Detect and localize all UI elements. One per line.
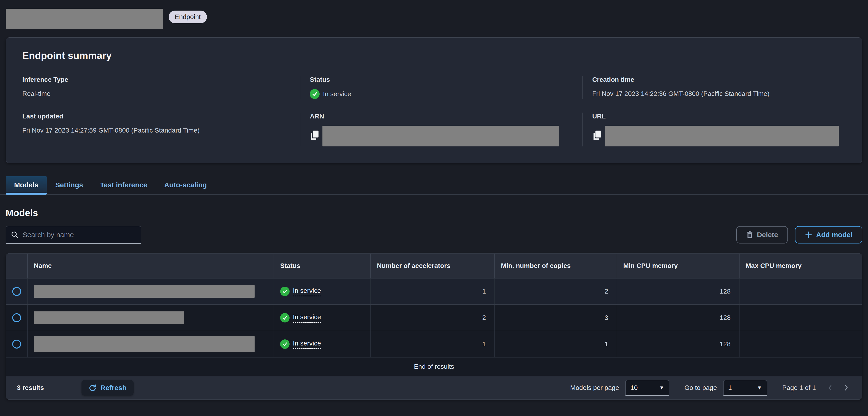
field-last-updated: Last updated Fri Nov 17 2023 14:27:59 GM… — [6, 113, 300, 146]
search-box — [6, 226, 142, 244]
table-header-row: Name Status Number of accelerators Min. … — [6, 254, 862, 278]
cell-min-copies: 2 — [494, 278, 617, 304]
tab-models[interactable]: Models — [6, 176, 47, 194]
end-of-results: End of results — [6, 357, 862, 376]
url-label: URL — [592, 113, 853, 120]
inference-type-label: Inference Type — [22, 76, 290, 83]
per-page-select[interactable]: 10 ▼ — [625, 380, 669, 396]
last-updated-label: Last updated — [22, 113, 290, 120]
copy-icon — [310, 130, 319, 140]
col-header-max-cpu: Max CPU memory — [739, 254, 862, 278]
model-name-redacted — [34, 336, 255, 352]
next-page-button[interactable] — [841, 383, 851, 393]
models-toolbar: Delete Add model — [6, 226, 862, 244]
trash-icon — [746, 231, 753, 239]
cell-min-cpu: 128 — [617, 278, 739, 304]
refresh-button[interactable]: Refresh — [82, 380, 134, 395]
cell-max-cpu — [739, 305, 862, 331]
caret-down-icon: ▼ — [659, 385, 664, 391]
status-label: Status — [310, 76, 573, 83]
endpoint-type-badge: Endpoint — [168, 10, 207, 23]
cell-accelerators: 2 — [370, 305, 494, 331]
refresh-icon — [89, 384, 96, 392]
arn-value-redacted — [322, 126, 559, 146]
table-row: In service 1 1 128 — [6, 331, 862, 357]
cell-max-cpu — [739, 278, 862, 304]
page-indicator: Page 1 of 1 — [782, 384, 816, 391]
field-inference-type: Inference Type Real-time — [6, 76, 300, 99]
model-name-redacted — [34, 285, 255, 298]
col-header-min-copies: Min. number of copies — [494, 254, 617, 278]
goto-page-select[interactable]: 1 ▼ — [723, 380, 767, 396]
field-creation-time: Creation time Fri Nov 17 2023 14:22:36 G… — [582, 76, 862, 99]
tab-auto-scaling[interactable]: Auto-scaling — [156, 176, 215, 194]
row-radio[interactable] — [12, 287, 21, 296]
previous-page-button[interactable] — [825, 383, 835, 393]
plus-icon — [805, 231, 812, 239]
cell-max-cpu — [739, 331, 862, 357]
copy-arn-button[interactable] — [310, 130, 319, 140]
cell-accelerators: 1 — [370, 331, 494, 357]
panel-title: Endpoint summary — [6, 50, 862, 61]
delete-button[interactable]: Delete — [736, 226, 788, 243]
models-table: Name Status Number of accelerators Min. … — [6, 253, 862, 400]
row-status-text: In service — [293, 313, 321, 323]
tab-bar: Models Settings Test inference Auto-scal… — [0, 176, 868, 195]
goto-page-value: 1 — [728, 384, 732, 391]
cell-min-copies: 3 — [494, 305, 617, 331]
cell-accelerators: 1 — [370, 278, 494, 304]
delete-button-label: Delete — [757, 231, 778, 239]
row-status-link[interactable]: In service — [280, 339, 321, 349]
cell-min-cpu: 128 — [617, 331, 739, 357]
table-footer: 3 results Refresh Models per page 10 ▼ G… — [6, 376, 862, 399]
copy-url-button[interactable] — [592, 130, 602, 140]
select-all-header — [6, 254, 27, 278]
row-status-link[interactable]: In service — [280, 313, 321, 323]
status-ok-icon — [280, 313, 289, 323]
row-radio[interactable] — [12, 313, 21, 322]
arn-label: ARN — [310, 113, 573, 120]
per-page-label: Models per page — [570, 384, 619, 391]
results-count: 3 results — [17, 384, 44, 391]
search-input[interactable] — [23, 231, 136, 239]
status-ok-icon — [310, 89, 320, 99]
field-url: URL — [582, 113, 862, 146]
tab-test-inference[interactable]: Test inference — [92, 176, 156, 194]
status-ok-icon — [280, 287, 289, 296]
caret-down-icon: ▼ — [757, 385, 762, 391]
add-model-button[interactable]: Add model — [795, 226, 862, 243]
row-status-link[interactable]: In service — [280, 287, 321, 296]
row-status-text: In service — [293, 287, 321, 296]
field-status: Status In service — [300, 76, 582, 99]
row-status-text: In service — [293, 339, 321, 349]
creation-time-value: Fri Nov 17 2023 14:22:36 GMT-0800 (Pacif… — [592, 89, 853, 98]
creation-time-label: Creation time — [592, 76, 853, 83]
goto-page-label: Go to page — [684, 384, 717, 391]
add-model-button-label: Add model — [816, 231, 852, 239]
cell-min-copies: 1 — [494, 331, 617, 357]
col-header-min-cpu: Min CPU memory — [617, 254, 739, 278]
inference-type-value: Real-time — [22, 89, 290, 98]
model-name-redacted — [34, 311, 184, 324]
chevron-right-icon — [843, 384, 850, 391]
copy-icon — [592, 130, 602, 140]
table-row: In service 2 3 128 — [6, 304, 862, 331]
search-icon — [11, 231, 19, 239]
pagination-controls: Models per page 10 ▼ Go to page 1 ▼ Page… — [570, 380, 851, 396]
col-header-status: Status — [274, 254, 370, 278]
status-value: In service — [323, 89, 351, 99]
row-radio[interactable] — [12, 339, 21, 349]
models-heading: Models — [6, 208, 868, 218]
refresh-button-label: Refresh — [100, 384, 127, 392]
endpoint-summary-panel: Endpoint summary Inference Type Real-tim… — [6, 37, 862, 163]
field-arn: ARN — [300, 113, 582, 146]
status-ok-icon — [280, 339, 289, 349]
url-value-redacted — [605, 126, 839, 146]
summary-grid: Inference Type Real-time Status In servi… — [6, 76, 862, 146]
tab-settings[interactable]: Settings — [47, 176, 91, 194]
col-header-name: Name — [27, 254, 274, 278]
table-row: In service 1 2 128 — [6, 278, 862, 304]
page-header: Endpoint — [0, 0, 868, 29]
per-page-value: 10 — [630, 384, 638, 391]
cell-min-cpu: 128 — [617, 305, 739, 331]
